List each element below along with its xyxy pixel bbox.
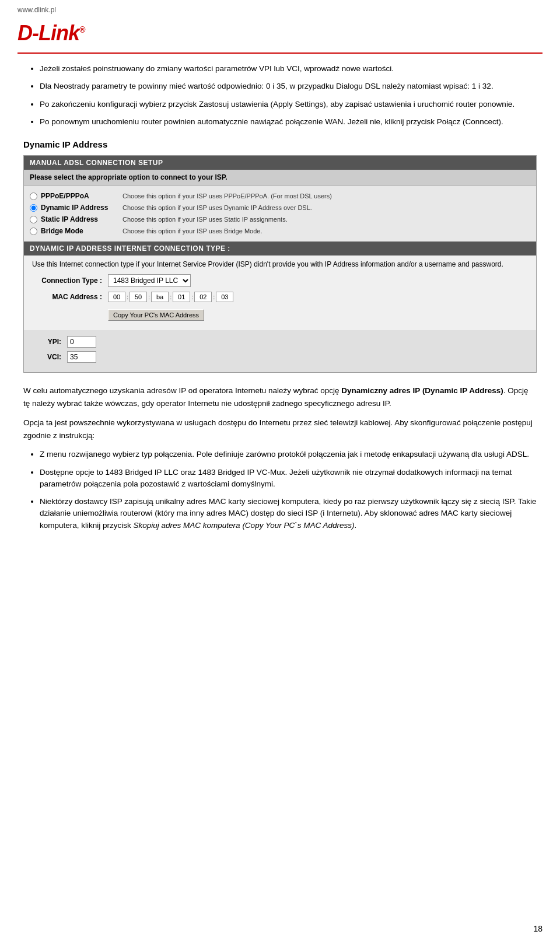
intro-bullets: Jeżeli zostałeś poinstruowany do zmiany … <box>23 63 537 128</box>
body-para-1: W celu automatycznego uzyskania adresów … <box>23 384 537 410</box>
mac-field-2[interactable] <box>130 292 147 302</box>
bullet-1: Jeżeli zostałeś poinstruowany do zmiany … <box>40 63 537 75</box>
mac-address-row: MAC Address : : : : : : <box>32 292 528 302</box>
bottom-bullets: Z menu rozwijanego wybierz typ połączeni… <box>23 449 537 531</box>
mac-field-4[interactable] <box>173 292 190 302</box>
radio-static[interactable] <box>30 216 37 223</box>
radio-dynamic[interactable] <box>30 204 37 212</box>
option-row-pppoe: PPPoE/PPPoA Choose this option if your I… <box>30 190 530 202</box>
copy-mac-button[interactable]: Copy Your PC's MAC Address <box>108 309 204 321</box>
option-label-static: Static IP Address <box>41 215 123 223</box>
panel-options: PPPoE/PPPoA Choose this option if your I… <box>24 186 536 242</box>
connection-type-row: Connection Type : 1483 Bridged IP LLC <box>32 274 528 287</box>
mac-sep-5: : <box>213 293 215 300</box>
body-para-2: Opcja ta jest powszechnie wykorzystywana… <box>23 416 537 442</box>
url-bar: www.dlink.pl <box>18 6 542 14</box>
logo-reg: ® <box>79 25 85 34</box>
radio-bridge[interactable] <box>30 228 37 235</box>
option-label-bridge: Bridge Mode <box>41 227 123 235</box>
logo-area: D-Link® <box>18 16 542 54</box>
bottom-bullet-2: Dostępne opcje to 1483 Bridged IP LLC or… <box>40 467 537 491</box>
connection-desc: Use this Internet connection type if you… <box>32 260 528 268</box>
mac-sep-4: : <box>191 293 193 300</box>
router-panel: MANUAL ADSL CONNECTION SETUP Please sele… <box>23 155 537 373</box>
option-desc-bridge: Choose this option if your ISP uses Brid… <box>123 228 262 235</box>
connection-type-label: Connection Type : <box>32 276 108 285</box>
mac-sep-2: : <box>148 293 150 300</box>
bullet-2: Dla Neostrady parametry te powinny mieć … <box>40 80 537 92</box>
panel-main-header: MANUAL ADSL CONNECTION SETUP <box>24 156 536 170</box>
logo: D-Link® <box>18 21 85 46</box>
radio-pppoe[interactable] <box>30 192 37 200</box>
mac-sep-3: : <box>170 293 172 300</box>
option-desc-dynamic: Choose this option if your ISP uses Dyna… <box>123 204 312 211</box>
vpi-label: YPI: <box>32 338 67 346</box>
connection-type-select[interactable]: 1483 Bridged IP LLC <box>108 274 191 287</box>
option-desc-static: Choose this option if your ISP uses Stat… <box>123 216 288 223</box>
option-row-dynamic: Dynamic IP Address Choose this option if… <box>30 202 530 214</box>
vci-row: VCI: <box>32 351 528 363</box>
bullet-4: Po ponownym uruchomieniu router powinien… <box>40 116 537 128</box>
vpi-input[interactable] <box>67 336 96 348</box>
vci-label: VCI: <box>32 353 67 361</box>
bullet-3: Po zakończeniu konfiguracji wybierz przy… <box>40 99 537 110</box>
section-heading-dynamic-ip: Dynamic IP Address <box>23 139 537 149</box>
bottom-bullet-3: Niektórzy dostawcy ISP zapisują unikalny… <box>40 496 537 531</box>
mac-field-1[interactable] <box>108 292 125 302</box>
panel-inner: Use this Internet connection type if you… <box>24 256 536 330</box>
mac-fields: : : : : : <box>108 292 233 302</box>
option-row-static: Static IP Address Choose this option if … <box>30 214 530 225</box>
bottom-bullet-1: Z menu rozwijanego wybierz typ połączeni… <box>40 449 537 460</box>
mac-field-5[interactable] <box>194 292 212 302</box>
logo-text: D-Link <box>18 21 79 45</box>
copy-btn-row: Copy Your PC's MAC Address <box>32 307 528 321</box>
vpi-row: YPI: <box>32 336 528 348</box>
vpi-vci-section: YPI: VCI: <box>24 330 536 372</box>
panel-subheader: Please select the appropriate option to … <box>24 170 536 186</box>
vci-input[interactable] <box>67 351 96 363</box>
connection-section-header: DYNAMIC IP ADDRESS INTERNET CONNECTION T… <box>24 242 536 256</box>
mac-field-3[interactable] <box>151 292 169 302</box>
option-desc-pppoe: Choose this option if your ISP uses PPPo… <box>123 192 332 200</box>
content-area: Jeżeli zostałeś poinstruowany do zmiany … <box>18 63 542 531</box>
option-row-bridge: Bridge Mode Choose this option if your I… <box>30 225 530 237</box>
option-label-pppoe: PPPoE/PPPoA <box>41 192 123 200</box>
mac-field-6[interactable] <box>216 292 233 302</box>
mac-address-label: MAC Address : <box>32 293 108 301</box>
option-label-dynamic: Dynamic IP Address <box>41 204 123 212</box>
mac-sep-1: : <box>127 293 128 300</box>
